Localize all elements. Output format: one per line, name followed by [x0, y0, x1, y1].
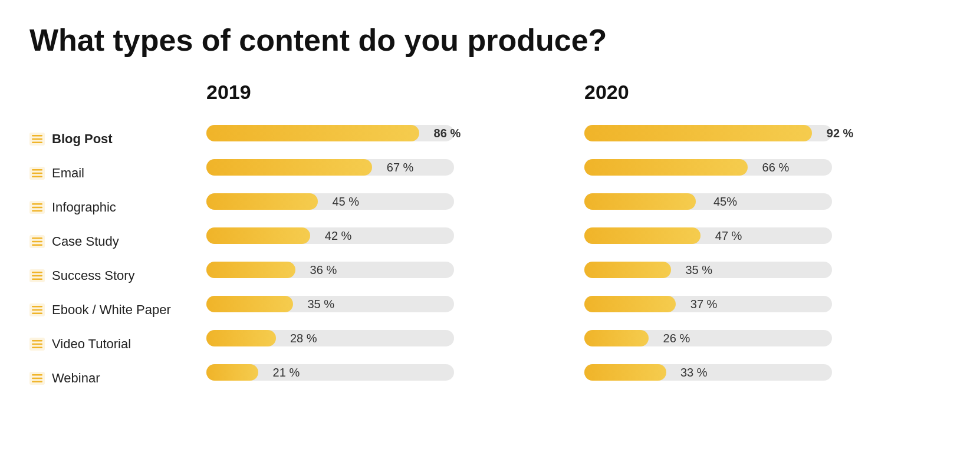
bar-row-2019-0: 86 % — [195, 116, 573, 150]
bar-row-2019-4: 36 % — [195, 253, 573, 287]
bar-label-2020-2: 45% — [713, 195, 737, 209]
label-text-0: Blog Post — [52, 131, 113, 147]
bar-fill-2020-4: 35 % — [584, 262, 671, 278]
label-row-1: Email — [29, 156, 195, 190]
label-row-0: Blog Post — [29, 122, 195, 156]
label-text-4: Success Story — [52, 268, 135, 283]
bar-label-2019-7: 21 % — [273, 366, 300, 379]
bar-track-2020-2: 45% — [584, 193, 832, 210]
label-text-5: Ebook / White Paper — [52, 302, 171, 318]
svg-rect-13 — [32, 237, 42, 239]
bar-fill-2019-7: 21 % — [206, 364, 258, 381]
svg-rect-19 — [32, 279, 42, 280]
list-icon-3 — [29, 235, 45, 248]
svg-rect-30 — [32, 378, 42, 379]
list-icon-7 — [29, 372, 45, 385]
bar-track-2019-6: 28 % — [206, 330, 454, 346]
list-icon-4 — [29, 269, 45, 282]
bar-fill-2020-5: 37 % — [584, 296, 676, 312]
label-text-2: Infographic — [52, 200, 116, 215]
col-2019: 2019 86 % 67 % 45 % 42 % — [195, 81, 573, 395]
bar-label-2020-1: 66 % — [762, 161, 790, 174]
bar-fill-2020-7: 33 % — [584, 364, 666, 381]
bar-row-2019-7: 21 % — [195, 355, 573, 389]
bar-label-2019-3: 42 % — [325, 229, 352, 243]
bar-label-2019-6: 28 % — [290, 332, 317, 345]
bar-label-2019-1: 67 % — [387, 161, 414, 174]
bar-row-2020-5: 37 % — [573, 287, 951, 321]
bar-track-2020-6: 26 % — [584, 330, 832, 346]
bar-fill-2019-3: 42 % — [206, 227, 310, 244]
svg-rect-17 — [32, 272, 42, 273]
bar-track-2019-7: 21 % — [206, 364, 454, 381]
bar-track-2019-5: 35 % — [206, 296, 454, 312]
bar-row-2019-5: 35 % — [195, 287, 573, 321]
bar-row-2019-6: 28 % — [195, 321, 573, 355]
bar-row-2020-7: 33 % — [573, 355, 951, 389]
bar-fill-2019-5: 35 % — [206, 296, 293, 312]
bar-track-2019-0: 86 % — [206, 125, 454, 141]
bar-row-2019-1: 67 % — [195, 150, 573, 184]
svg-rect-11 — [32, 210, 42, 212]
bar-track-2020-0: 92 % — [584, 125, 832, 141]
label-text-3: Case Study — [52, 234, 119, 249]
bar-row-2019-2: 45 % — [195, 184, 573, 219]
bar-label-2020-7: 33 % — [680, 366, 708, 379]
bar-fill-2020-2: 45% — [584, 193, 696, 210]
label-text-7: Webinar — [52, 371, 100, 386]
label-row-3: Case Study — [29, 224, 195, 259]
label-text-6: Video Tutorial — [52, 336, 131, 352]
page-title: What types of content do you produce? — [29, 24, 951, 57]
bar-label-2019-4: 36 % — [310, 263, 337, 277]
svg-rect-22 — [32, 309, 42, 311]
bar-track-2020-3: 47 % — [584, 227, 832, 244]
bar-fill-2020-0: 92 % — [584, 125, 812, 141]
list-icon-5 — [29, 303, 45, 316]
svg-rect-15 — [32, 245, 42, 246]
label-row-2: Infographic — [29, 190, 195, 224]
list-icon-0 — [29, 133, 45, 146]
svg-rect-6 — [32, 173, 42, 174]
bar-fill-2020-3: 47 % — [584, 227, 701, 244]
bar-fill-2019-6: 28 % — [206, 330, 276, 346]
list-icon-2 — [29, 201, 45, 214]
bar-label-2020-6: 26 % — [663, 332, 690, 345]
bar-track-2019-4: 36 % — [206, 262, 454, 278]
svg-rect-2 — [32, 138, 42, 140]
bar-fill-2019-4: 36 % — [206, 262, 295, 278]
bar-fill-2020-1: 66 % — [584, 159, 748, 176]
bar-row-2020-4: 35 % — [573, 253, 951, 287]
bar-row-2020-2: 45% — [573, 184, 951, 219]
bar-label-2019-2: 45 % — [332, 195, 359, 209]
svg-rect-27 — [32, 347, 42, 349]
svg-rect-25 — [32, 340, 42, 342]
svg-rect-18 — [32, 275, 42, 277]
label-row-4: Success Story — [29, 259, 195, 293]
svg-rect-7 — [32, 176, 42, 178]
col-2020: 2020 92 % 66 % 45% 47 % — [573, 81, 951, 395]
bar-label-2020-0: 92 % — [827, 127, 854, 140]
svg-rect-10 — [32, 207, 42, 209]
bar-label-2019-5: 35 % — [307, 298, 334, 311]
svg-rect-21 — [32, 306, 42, 308]
labels-column: Blog Post Email Infographic Case Study — [29, 81, 195, 395]
bar-track-2020-1: 66 % — [584, 159, 832, 176]
bar-row-2020-1: 66 % — [573, 150, 951, 184]
bar-label-2019-0: 86 % — [434, 127, 461, 140]
label-row-7: Webinar — [29, 361, 195, 395]
bar-label-2020-4: 35 % — [685, 263, 712, 277]
svg-rect-14 — [32, 241, 42, 243]
bar-row-2019-3: 42 % — [195, 219, 573, 253]
bar-row-2020-0: 92 % — [573, 116, 951, 150]
bar-track-2019-2: 45 % — [206, 193, 454, 210]
svg-rect-1 — [32, 135, 42, 137]
svg-rect-31 — [32, 381, 42, 383]
bar-label-2020-5: 37 % — [690, 298, 718, 311]
bar-row-2020-3: 47 % — [573, 219, 951, 253]
bar-track-2019-3: 42 % — [206, 227, 454, 244]
svg-rect-29 — [32, 374, 42, 376]
svg-rect-3 — [32, 142, 42, 144]
bar-fill-2019-0: 86 % — [206, 125, 419, 141]
bar-label-2020-3: 47 % — [715, 229, 742, 243]
year-2019-header: 2019 — [195, 81, 573, 116]
